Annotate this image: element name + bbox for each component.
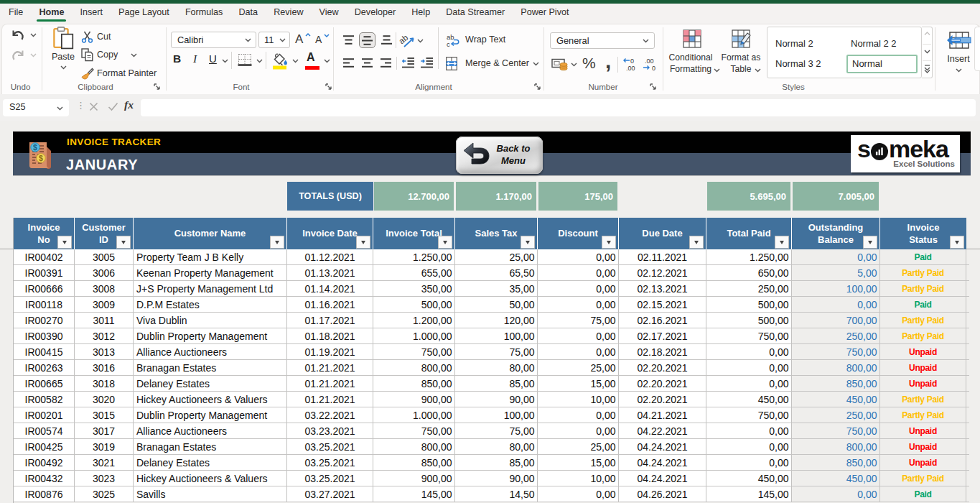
cell-r5c6[interactable]: 120,00 xyxy=(455,313,538,328)
cell-r8c3[interactable]: Branagan Estates xyxy=(134,360,287,376)
cell-r14c4[interactable]: 03.25.2021 xyxy=(287,455,373,471)
cell-r13c11[interactable]: Unpaid xyxy=(880,439,966,455)
cell-r1c6[interactable]: 25,00 xyxy=(455,249,538,265)
cell-r15c11[interactable]: Partly Paid xyxy=(880,471,966,486)
fill-color-chevron[interactable] xyxy=(292,59,299,63)
increase-font-size-button[interactable]: A xyxy=(294,31,312,50)
cell-r1c4[interactable]: 01.12.2021 xyxy=(287,249,373,265)
percent-style-button[interactable]: % xyxy=(582,55,599,73)
cell-r2c9[interactable]: 650,00 xyxy=(706,265,792,281)
cell-r11c11[interactable]: Partly Paid xyxy=(880,407,966,423)
cell-r9c7[interactable]: 15,00 xyxy=(538,376,619,392)
name-box-chevron[interactable] xyxy=(57,106,63,111)
cell-r12c2[interactable]: 3017 xyxy=(75,423,134,439)
cell-r6c1[interactable]: IR00390 xyxy=(14,328,75,344)
menu-tab-home[interactable]: Home xyxy=(31,4,72,22)
cell-r5c7[interactable]: 75,00 xyxy=(538,313,619,328)
cell-style-normal[interactable]: Normal xyxy=(846,55,918,73)
cell-r6c2[interactable]: 3012 xyxy=(75,328,134,344)
cell-r2c2[interactable]: 3006 xyxy=(75,265,134,281)
filter-button[interactable] xyxy=(689,236,704,249)
cell-r14c11[interactable]: Unpaid xyxy=(880,455,966,471)
increase-indent-icon[interactable] xyxy=(421,57,433,68)
underline-chevron[interactable] xyxy=(222,59,228,63)
fill-color-button[interactable] xyxy=(271,51,289,70)
undo-icon[interactable] xyxy=(10,29,26,43)
cell-r16c7[interactable]: 0,00 xyxy=(538,486,619,502)
cell-r1c8[interactable]: 02.11.2021 xyxy=(619,249,706,265)
cell-r6c10[interactable]: 250,00 xyxy=(792,328,880,344)
font-name-select[interactable]: Calibri xyxy=(171,32,256,48)
cell-r16c2[interactable]: 3025 xyxy=(75,486,134,502)
cell-r10c2[interactable]: 3020 xyxy=(75,392,134,407)
accounting-chevron[interactable] xyxy=(571,63,577,67)
cell-r4c6[interactable]: 50,00 xyxy=(455,297,538,313)
cell-r4c7[interactable]: 0,00 xyxy=(538,297,619,313)
filter-button[interactable] xyxy=(116,236,131,249)
cell-r6c4[interactable]: 01.18.2021 xyxy=(287,328,373,344)
cell-r15c10[interactable]: 450,00 xyxy=(792,471,880,486)
cell-r15c5[interactable]: 900,00 xyxy=(373,471,455,486)
cell-r2c11[interactable]: Partly Paid xyxy=(880,265,966,281)
cell-r3c10[interactable]: 100,00 xyxy=(792,281,880,297)
cell-r2c8[interactable]: 02.12.2021 xyxy=(619,265,706,281)
cell-r4c5[interactable]: 500,00 xyxy=(373,297,455,313)
cell-r6c8[interactable]: 02.17.2021 xyxy=(619,328,706,344)
cell-r10c4[interactable]: 01.21.2021 xyxy=(287,392,373,407)
cell-r11c10[interactable]: 250,00 xyxy=(792,407,880,423)
cell-r3c7[interactable]: 0,00 xyxy=(538,281,619,297)
cell-r1c11[interactable]: Paid xyxy=(880,249,966,265)
cell-style-normal-2-2[interactable]: Normal 2 2 xyxy=(846,34,918,53)
cell-r9c3[interactable]: Delaney Estates xyxy=(134,376,287,392)
formula-input[interactable] xyxy=(141,99,976,116)
cell-r9c5[interactable]: 850,00 xyxy=(373,376,455,392)
cell-r15c6[interactable]: 90,00 xyxy=(455,471,538,486)
cell-r10c9[interactable]: 450,00 xyxy=(706,392,792,407)
cell-r12c9[interactable]: 0,00 xyxy=(706,423,792,439)
cell-r7c10[interactable]: 750,00 xyxy=(792,344,880,360)
cell-r4c2[interactable]: 3009 xyxy=(75,297,134,313)
cell-r2c4[interactable]: 01.13.2021 xyxy=(287,265,373,281)
formula-bar-grip[interactable]: ⋮ xyxy=(76,100,85,111)
borders-chevron[interactable] xyxy=(256,59,263,63)
cell-r10c10[interactable]: 450,00 xyxy=(792,392,880,407)
cell-r16c5[interactable]: 145,00 xyxy=(373,486,455,502)
cell-r7c4[interactable]: 01.19.2021 xyxy=(287,344,373,360)
cell-r12c11[interactable]: Unpaid xyxy=(880,423,966,439)
menu-tab-power-pivot[interactable]: Power Pivot xyxy=(513,4,577,22)
cell-r5c3[interactable]: Viva Dublin xyxy=(134,313,287,328)
decrease-decimal-button[interactable]: .000 xyxy=(642,57,658,73)
cell-r3c8[interactable]: 02.13.2021 xyxy=(619,281,706,297)
cell-r11c5[interactable]: 1.000,00 xyxy=(373,407,455,423)
insert-cells-button[interactable]: Insert xyxy=(943,25,974,78)
cell-r10c3[interactable]: Hickey Auctioneers & Valuers xyxy=(134,392,287,407)
cell-r15c3[interactable]: Hickey Auctioneers & Valuers xyxy=(134,471,287,486)
cell-r9c10[interactable]: 850,00 xyxy=(792,376,880,392)
align-top-icon[interactable] xyxy=(343,35,354,45)
enter-entry-icon[interactable] xyxy=(108,102,118,111)
cell-r7c3[interactable]: Alliance Auctioneers xyxy=(134,344,287,360)
cell-style-normal-2[interactable]: Normal 2 xyxy=(771,34,842,53)
cell-r1c5[interactable]: 1.250,00 xyxy=(373,249,455,265)
cell-r2c1[interactable]: IR00391 xyxy=(14,265,75,281)
cell-r7c6[interactable]: 75,00 xyxy=(455,344,538,360)
cell-r6c7[interactable]: 0,00 xyxy=(538,328,619,344)
cell-r12c3[interactable]: Alliance Auctioneers xyxy=(134,423,287,439)
menu-tab-formulas[interactable]: Formulas xyxy=(177,4,231,22)
cell-r8c8[interactable]: 02.20.2021 xyxy=(619,360,706,376)
menu-tab-view[interactable]: View xyxy=(312,4,347,22)
cell-r8c6[interactable]: 80,00 xyxy=(455,360,538,376)
cell-r5c9[interactable]: 500,00 xyxy=(706,313,792,328)
cell-r5c5[interactable]: 1.200,00 xyxy=(373,313,455,328)
cell-r2c3[interactable]: Keenan Property Management xyxy=(134,265,287,281)
cell-r14c3[interactable]: Delaney Estates xyxy=(134,455,287,471)
cell-r11c9[interactable]: 750,00 xyxy=(706,407,792,423)
cell-r1c7[interactable]: 0,00 xyxy=(538,249,619,265)
cell-r13c8[interactable]: 04.24.2021 xyxy=(619,439,706,455)
paste-button[interactable]: Paste xyxy=(47,24,79,80)
gallery-up-chevron[interactable] xyxy=(924,32,930,36)
cell-r3c5[interactable]: 350,00 xyxy=(373,281,455,297)
cell-r7c9[interactable]: 0,00 xyxy=(706,344,792,360)
decrease-indent-icon[interactable] xyxy=(402,57,414,68)
menu-tab-developer[interactable]: Developer xyxy=(347,4,404,22)
